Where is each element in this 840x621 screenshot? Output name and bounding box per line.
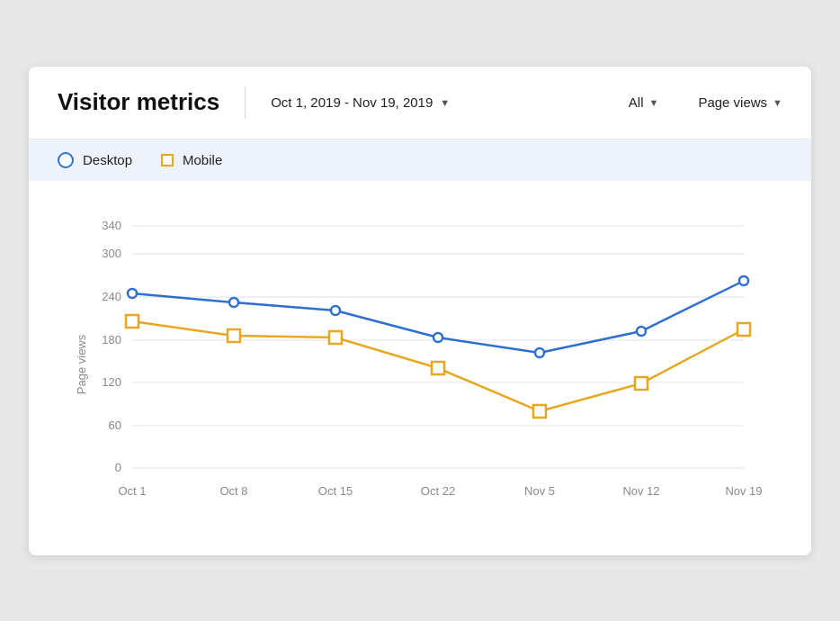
mobile-legend-icon — [161, 154, 174, 166]
desktop-legend-label: Desktop — [83, 152, 132, 167]
y-tick-120: 120 — [102, 375, 121, 389]
y-tick-300: 300 — [102, 247, 121, 260]
chart-container: Page views 340 300 240 180 1 — [58, 202, 782, 526]
desktop-point-0 — [128, 289, 137, 298]
y-tick-180: 180 — [102, 333, 121, 346]
y-axis-label: Page views — [75, 334, 88, 394]
page-title: Visitor metrics — [58, 88, 219, 116]
metric-filter-label: Page views — [698, 94, 767, 110]
x-label-nov5: Nov 5 — [524, 484, 555, 498]
legend-bar: Desktop Mobile — [29, 140, 811, 181]
x-label-nov12: Nov 12 — [622, 484, 659, 498]
mobile-point-5 — [635, 377, 648, 390]
y-tick-240: 240 — [102, 290, 121, 303]
desktop-point-1 — [229, 298, 238, 307]
desktop-point-4 — [535, 348, 544, 357]
all-filter-label: All — [629, 94, 644, 110]
legend-mobile: Mobile — [161, 152, 222, 167]
mobile-point-1 — [228, 329, 240, 342]
mobile-point-6 — [737, 323, 750, 336]
card-header: Visitor metrics Oct 1, 2019 - Nov 19, 20… — [29, 67, 811, 140]
mobile-point-2 — [329, 331, 342, 344]
line-chart: Page views 340 300 240 180 1 — [58, 202, 782, 526]
mobile-point-0 — [126, 315, 139, 328]
x-label-nov19: Nov 19 — [725, 484, 762, 498]
mobile-point-3 — [432, 362, 444, 374]
desktop-point-5 — [637, 327, 646, 336]
date-range-label: Oct 1, 2019 - Nov 19, 2019 — [271, 94, 433, 110]
y-tick-0: 0 — [115, 461, 121, 474]
x-label-oct15: Oct 15 — [318, 484, 353, 498]
desktop-legend-icon — [58, 152, 74, 168]
y-tick-340: 340 — [102, 219, 121, 232]
legend-desktop: Desktop — [58, 152, 132, 168]
x-label-oct22: Oct 22 — [421, 484, 455, 498]
mobile-legend-label: Mobile — [183, 152, 222, 167]
date-range-selector[interactable]: Oct 1, 2019 - Nov 19, 2019 ▼ — [271, 94, 450, 110]
desktop-point-6 — [739, 276, 748, 285]
desktop-point-3 — [433, 333, 442, 342]
x-label-oct1: Oct 1 — [118, 484, 146, 498]
metric-filter-chevron-icon: ▼ — [773, 97, 782, 108]
x-label-oct8: Oct 8 — [219, 484, 247, 498]
mobile-point-4 — [533, 405, 546, 418]
all-filter-chevron-icon: ▼ — [649, 97, 659, 108]
y-tick-60: 60 — [109, 418, 121, 432]
metric-filter-button[interactable]: Page views ▼ — [698, 94, 782, 110]
chart-area: Page views 340 300 240 180 1 — [29, 181, 811, 555]
date-range-chevron-icon: ▼ — [440, 97, 450, 108]
desktop-point-2 — [331, 306, 340, 315]
all-filter-button[interactable]: All ▼ — [629, 94, 659, 110]
main-card: Visitor metrics Oct 1, 2019 - Nov 19, 20… — [29, 67, 811, 555]
header-divider — [245, 86, 246, 119]
